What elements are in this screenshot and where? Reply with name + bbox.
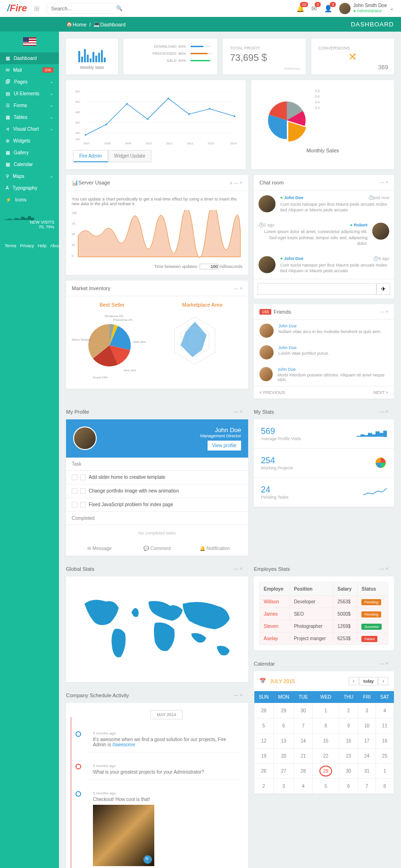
cal-today[interactable]: today <box>359 677 378 685</box>
chat-name[interactable]: John Doe <box>284 195 303 200</box>
footer-link-privacy[interactable]: Privacy <box>20 243 34 248</box>
panel-controls[interactable]: — × <box>234 286 242 291</box>
checkbox[interactable] <box>72 475 77 480</box>
panel-controls[interactable]: — × <box>234 409 242 414</box>
sidebar-item-tables[interactable]: ▦Tables⌄ <box>0 111 59 123</box>
breadcrumb-page[interactable]: Dashboard <box>100 22 125 27</box>
cal-cell[interactable]: 14 <box>294 733 313 748</box>
checkbox[interactable] <box>80 488 86 494</box>
cal-cell[interactable]: 15 <box>313 733 339 748</box>
user-menu[interactable]: John Smith Doe ● Administrator ⌄ <box>339 3 394 14</box>
sidebar-item-pages[interactable]: 🗐Pages⌄ <box>0 76 59 88</box>
friends-prev[interactable]: < PREVIOUS <box>259 390 285 395</box>
notif-mail[interactable]: ✉5 <box>311 5 317 12</box>
sidebar-item-widgets[interactable]: ⊕Widgets <box>0 135 59 147</box>
panel-controls[interactable]: — × <box>379 661 388 666</box>
cal-cell[interactable]: 17 <box>358 733 376 748</box>
cal-cell[interactable]: 19 <box>254 748 274 763</box>
cal-next[interactable]: › <box>378 677 388 685</box>
panel-controls[interactable]: — × <box>379 309 388 314</box>
sidebar-item-ui-elements[interactable]: ▤UI Elements⌄ <box>0 88 59 100</box>
cal-cell[interactable]: 10 <box>358 718 376 733</box>
sidebar-item-mail[interactable]: ✉Mail235 <box>0 64 59 76</box>
sidebar-item-icons[interactable]: ⚡Icons <box>0 194 59 206</box>
flag-selector[interactable] <box>0 32 59 52</box>
cal-cell[interactable]: 24 <box>358 748 376 763</box>
cal-cell[interactable]: 7 <box>294 718 313 733</box>
cal-cell[interactable]: 11 <box>376 718 393 733</box>
task-item[interactable]: Fixed JavaScript problem for index page <box>66 498 248 512</box>
chat-name[interactable]: Robert <box>354 223 368 227</box>
sidebar-item-visual-chart[interactable]: ⤨Visual Chart⌄ <box>0 123 59 135</box>
panel-controls[interactable]: — × <box>379 180 388 185</box>
cal-cell[interactable]: 25 <box>376 748 393 763</box>
task-item[interactable]: Change portfolio image with new animatio… <box>66 484 248 498</box>
home-icon[interactable]: 🏠 <box>66 21 73 27</box>
cal-cell[interactable]: 29 <box>313 763 339 778</box>
breadcrumb-home[interactable]: Home <box>73 22 86 27</box>
zoom-icon[interactable]: 🔍 <box>143 855 152 864</box>
profile-action[interactable]: 💬 Comment <box>128 546 186 551</box>
cal-cell[interactable]: 4 <box>376 703 393 718</box>
cal-cell[interactable]: 18 <box>376 733 393 748</box>
cal-cell[interactable]: 30 <box>294 703 313 718</box>
cal-cell[interactable]: 30 <box>339 763 358 778</box>
cal-cell[interactable]: 5 <box>254 718 274 733</box>
sidebar-item-gallery[interactable]: ▦Gallery <box>0 147 59 159</box>
cal-cell[interactable]: 28 <box>254 703 274 718</box>
world-map[interactable] <box>72 582 242 676</box>
sidebar-item-typography[interactable]: ATypography <box>0 182 59 194</box>
cal-cell[interactable]: 1 <box>313 703 339 718</box>
notif-bell[interactable]: 🔔10 <box>296 5 304 12</box>
cal-cell[interactable]: 8 <box>313 718 339 733</box>
sidebar-item-dashboard[interactable]: ▦Dashboard <box>0 52 59 64</box>
cal-cell[interactable]: 8 <box>376 778 393 793</box>
chat-input[interactable] <box>258 283 376 295</box>
cal-cell[interactable]: 29 <box>273 703 294 718</box>
cal-cell[interactable]: 22 <box>313 748 339 763</box>
cal-cell[interactable]: 16 <box>339 733 358 748</box>
task-item[interactable]: Add slider home to creative template <box>66 471 248 484</box>
footer-link-terms[interactable]: Terms <box>5 243 17 248</box>
sidebar-item-forms[interactable]: ☰Forms⌄ <box>0 100 59 111</box>
cal-prev[interactable]: ‹ <box>349 677 359 685</box>
friend-item[interactable]: John DoeLorem vitae porttitor purus. <box>254 342 394 363</box>
cal-cell[interactable]: 6 <box>339 778 358 793</box>
cal-cell[interactable]: 20 <box>273 748 294 763</box>
search-field[interactable] <box>51 6 116 11</box>
cal-cell[interactable]: 2 <box>254 778 274 793</box>
cal-cell[interactable]: 31 <box>358 763 376 778</box>
cal-cell[interactable]: 3 <box>358 703 376 718</box>
friend-item[interactable]: John DoeNullam vitae arcu in leo molesti… <box>254 320 394 342</box>
panel-controls[interactable]: — × <box>379 409 388 414</box>
panel-controls[interactable]: — × <box>234 566 242 571</box>
cal-cell[interactable]: 4 <box>294 778 313 793</box>
checkbox[interactable] <box>72 488 77 494</box>
panel-controls[interactable]: — × <box>234 693 242 698</box>
cal-cell[interactable]: 9 <box>339 718 358 733</box>
sidebar-item-maps[interactable]: ⚲Maps⌄ <box>0 170 59 182</box>
cal-cell[interactable]: 5 <box>313 778 339 793</box>
calendar-grid[interactable]: SUNMONTUEWEDTHUFRISAT2829301234567891011… <box>254 691 394 794</box>
friend-item[interactable]: John DoeMorbi interdum posuere ultricies… <box>254 363 394 386</box>
footer-link-help[interactable]: Help <box>38 243 47 248</box>
cal-cell[interactable]: 12 <box>254 733 274 748</box>
profile-action[interactable]: ✉ Message <box>71 546 128 551</box>
cal-cell[interactable]: 2 <box>339 703 358 718</box>
cal-cell[interactable]: 6 <box>273 718 294 733</box>
view-profile-button[interactable]: View profile <box>208 441 242 451</box>
cal-cell[interactable]: 26 <box>254 763 274 778</box>
cal-cell[interactable]: 23 <box>339 748 358 763</box>
cal-cell[interactable]: 7 <box>358 778 376 793</box>
chat-send-button[interactable]: ✈ <box>376 283 390 295</box>
panel-controls[interactable]: ∧ — × <box>229 180 242 185</box>
timeline-image[interactable]: 🔍 <box>93 805 154 866</box>
profile-action[interactable]: 🔔 Notification <box>186 546 243 551</box>
sidebar-item-calendar[interactable]: ▦Calendar <box>0 159 59 170</box>
cal-cell[interactable]: 27 <box>273 763 294 778</box>
apps-icon[interactable]: ⊞ <box>34 5 40 12</box>
search-input[interactable]: 🔍 <box>47 3 117 14</box>
cal-cell[interactable]: 3 <box>273 778 294 793</box>
notif-user[interactable]: 👤3 <box>324 5 332 12</box>
checkbox[interactable] <box>72 502 77 508</box>
